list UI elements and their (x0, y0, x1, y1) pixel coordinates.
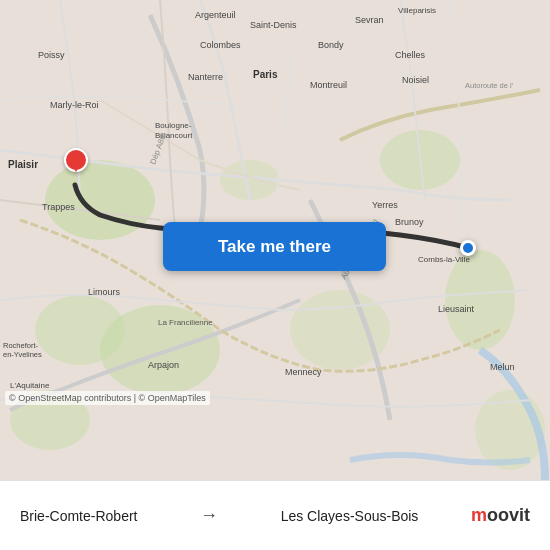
origin-marker (65, 148, 87, 176)
svg-text:Noisiel: Noisiel (402, 75, 429, 85)
svg-text:en-Yvelines: en-Yvelines (3, 350, 42, 359)
svg-text:Saint-Denis: Saint-Denis (250, 20, 297, 30)
svg-text:Bondy: Bondy (318, 40, 344, 50)
svg-point-6 (445, 250, 515, 350)
svg-point-3 (35, 295, 125, 365)
arrow-icon: → (200, 505, 218, 526)
origin-label: Brie-Comte-Robert (20, 508, 137, 524)
svg-text:Plaisir: Plaisir (8, 159, 38, 170)
svg-text:Combs-la-Ville: Combs-la-Ville (418, 255, 470, 264)
svg-text:Argenteuil: Argenteuil (195, 10, 236, 20)
take-me-there-button[interactable]: Take me there (163, 222, 386, 271)
svg-text:Mennecy: Mennecy (285, 367, 322, 377)
svg-text:Chelles: Chelles (395, 50, 426, 60)
destination-label: Les Clayes-Sous-Bois (281, 508, 419, 524)
svg-text:Villeparisis: Villeparisis (398, 6, 436, 15)
svg-text:Arpajon: Arpajon (148, 360, 179, 370)
map-container: Poissy Marly-le-Roi Plaisir Trappes Arge… (0, 0, 550, 480)
moovit-logo: moovit (471, 505, 530, 526)
svg-text:Lieusaint: Lieusaint (438, 304, 475, 314)
svg-text:Brunoy: Brunoy (395, 217, 424, 227)
svg-text:La Francilienne: La Francilienne (158, 318, 213, 327)
svg-text:Trappes: Trappes (42, 202, 75, 212)
copyright-text: © OpenStreetMap contributors | © OpenMap… (5, 391, 210, 405)
svg-text:Poissy: Poissy (38, 50, 65, 60)
svg-text:Rochefort-: Rochefort- (3, 341, 39, 350)
svg-text:Colombes: Colombes (200, 40, 241, 50)
svg-text:Nanterre: Nanterre (188, 72, 223, 82)
svg-text:Montreuil: Montreuil (310, 80, 347, 90)
svg-text:Sevran: Sevran (355, 15, 384, 25)
svg-text:Melun: Melun (490, 362, 515, 372)
destination-marker (460, 240, 476, 256)
svg-text:Autoroute de l': Autoroute de l' (465, 81, 514, 90)
svg-text:L'Aquitaine: L'Aquitaine (10, 381, 50, 390)
svg-text:Boulogne-: Boulogne- (155, 121, 192, 130)
svg-point-1 (45, 160, 155, 240)
svg-text:Paris: Paris (253, 69, 278, 80)
svg-text:Marly-le-Roi: Marly-le-Roi (50, 100, 99, 110)
bottom-bar: Brie-Comte-Robert → Les Clayes-Sous-Bois… (0, 480, 550, 550)
svg-text:Limours: Limours (88, 287, 121, 297)
svg-text:Yerres: Yerres (372, 200, 398, 210)
